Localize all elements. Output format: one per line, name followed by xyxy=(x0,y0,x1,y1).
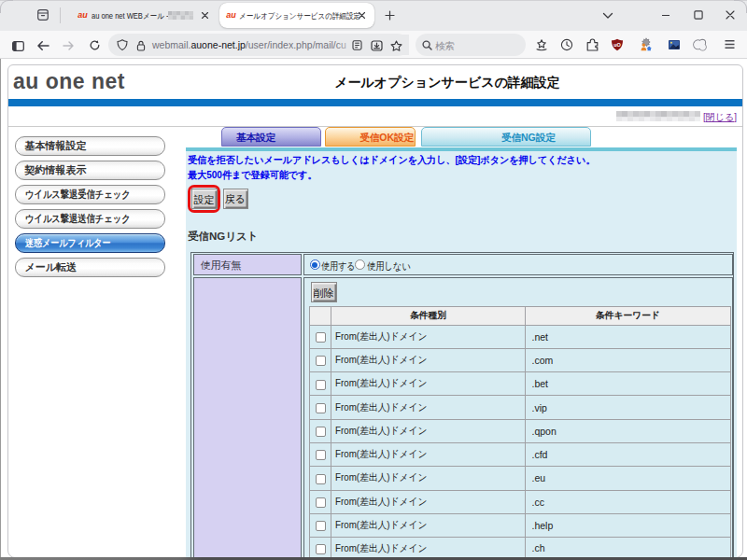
svg-text:uO: uO xyxy=(613,42,621,48)
